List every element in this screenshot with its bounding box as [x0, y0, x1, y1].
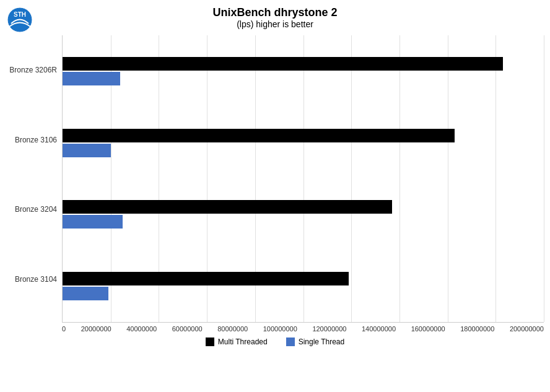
y-axis-labels: Bronze 3206RBronze 3106Bronze 3204Bronze… [6, 35, 62, 333]
x-axis-label: 0 [62, 325, 66, 333]
x-axis-label: 80000000 [217, 325, 248, 333]
bar-fill-multi [63, 57, 503, 71]
bar-single [63, 287, 544, 300]
x-axis-label: 60000000 [172, 325, 203, 333]
y-axis-label: Bronze 3106 [15, 136, 57, 144]
bar-group [63, 250, 544, 322]
bar-fill-multi [63, 272, 349, 285]
bar-multi [63, 200, 544, 214]
bar-single [63, 72, 544, 85]
x-axis-label: 160000000 [411, 325, 445, 333]
bar-fill-single [63, 144, 111, 157]
legend-label-single: Single Thread [299, 338, 345, 346]
bar-fill-single [63, 72, 120, 85]
x-axis-label: 200000000 [510, 325, 544, 333]
y-axis-label: Bronze 3206R [9, 66, 57, 74]
y-axis-label: Bronze 3104 [15, 275, 57, 284]
bar-group [63, 107, 544, 179]
chart-title: UnixBench dhrystone 2 [6, 6, 544, 19]
chart-legend: Multi Threaded Single Thread [6, 338, 544, 346]
legend-color-single [286, 338, 295, 346]
legend-color-multi [206, 338, 214, 346]
bar-fill-single [63, 215, 123, 229]
legend-item-multi: Multi Threaded [206, 338, 268, 346]
bar-fill-multi [63, 200, 392, 214]
bar-single [63, 215, 544, 229]
bar-multi [63, 272, 544, 285]
bar-multi [63, 57, 544, 71]
legend-item-single: Single Thread [286, 338, 345, 346]
legend-label-multi: Multi Threaded [218, 338, 268, 346]
grid-line [544, 35, 544, 322]
chart-container: UnixBench dhrystone 2 (lps) higher is be… [0, 0, 550, 392]
bar-fill-multi [63, 129, 455, 142]
bar-group [63, 179, 544, 251]
chart-area: Bronze 3206RBronze 3106Bronze 3204Bronze… [6, 35, 544, 333]
y-axis-label: Bronze 3204 [15, 205, 57, 214]
bars-area [62, 35, 544, 323]
x-axis-label: 100000000 [263, 325, 297, 333]
x-axis-label: 120000000 [312, 325, 346, 333]
chart-header: UnixBench dhrystone 2 (lps) higher is be… [6, 6, 544, 29]
bar-group [63, 35, 544, 107]
x-axis-label: 20000000 [81, 325, 111, 333]
bar-multi [63, 129, 544, 142]
x-axis-label: 180000000 [460, 325, 494, 333]
bars-and-xaxis: 0200000004000000060000000800000001000000… [62, 35, 544, 333]
x-axis-label: 40000000 [126, 325, 157, 333]
chart-subtitle: (lps) higher is better [6, 19, 544, 29]
bar-single [63, 144, 544, 157]
bar-fill-single [63, 287, 108, 300]
x-axis-labels: 0200000004000000060000000800000001000000… [62, 323, 544, 333]
x-axis-label: 140000000 [362, 325, 396, 333]
